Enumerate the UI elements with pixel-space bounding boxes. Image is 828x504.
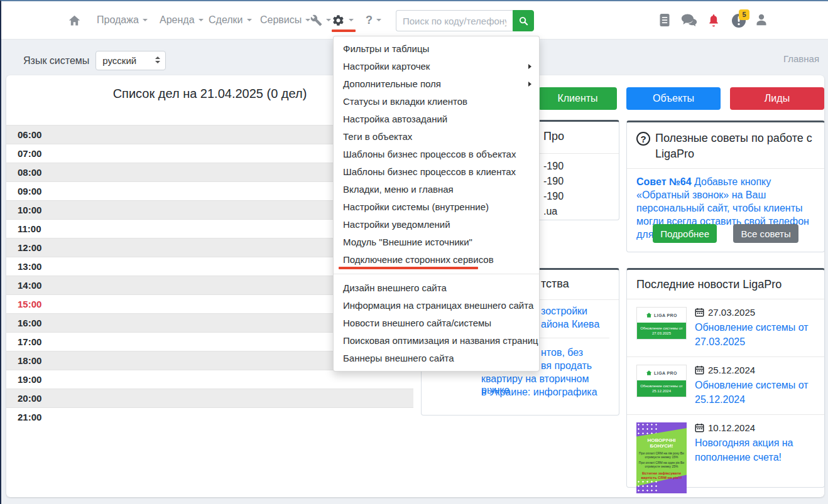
menu-item-label: Настройки карточек [343,61,430,72]
menu-item-seo[interactable]: Поисковая оптимизация и названия страниц [334,332,539,350]
language-selected-value: русский [102,55,136,66]
menu-item-site-news[interactable]: Новости внешнего сайта/системы [334,314,539,332]
help-menu[interactable]: ? [366,1,381,39]
settings-menu-toggle[interactable] [332,1,354,39]
objects-button[interactable]: Объекты [626,87,721,110]
news-date: 27.03.2025 [695,307,815,318]
nav-item-sales-label: Продажа [97,14,139,26]
agency-news-link-fragment[interactable]: зостройки [541,306,587,317]
leads-button[interactable]: Лиды [730,87,824,110]
thumbnail-caption: Обновление системы от 27.03.2025 [637,323,686,339]
ligapro-crm-window: Продажа Аренда Сделки Сервисы ? [0,0,828,504]
alerts-count-badge: 5 [739,9,749,20]
alerts-icon[interactable]: 5 [731,13,746,31]
menu-item-bp-objects[interactable]: Шаблоны бизнес процессов в объектах [334,146,539,163]
tips-card-title: Полезные советы по работе с LigaPro [655,131,815,162]
thumbnail-caption: Обновление системы от 25.12.2024 [637,380,686,397]
chat-icon[interactable] [681,13,697,29]
chevron-right-icon [528,82,531,87]
news-date-text: 27.03.2025 [708,307,755,318]
search-group [396,10,534,31]
news-item: НОВОРІЧНІ БОНУСИ! При оплаті CRM на пів … [627,415,824,501]
ligapro-logo-icon [646,312,652,318]
agency-news-link-fragment[interactable]: айона Киева [541,319,599,330]
highlight-underline [339,267,478,269]
nav-item-deals-label: Сделки [209,14,243,26]
chevron-down-icon [376,19,381,21]
top-navbar: Продажа Аренда Сделки Сервисы ? [1,1,828,40]
menu-item-notifications[interactable]: Настройки уведомлений [334,216,539,233]
menu-item-system-settings[interactable]: Настройки системы (внутренние) [334,198,539,216]
select-arrows-icon [155,56,160,63]
agency-card-title-fragment: тства [541,277,569,291]
menu-item-external-sources[interactable]: Модуль "Внешние источники" [334,233,539,251]
search-input[interactable] [396,10,513,31]
chevron-down-icon [143,19,148,21]
menu-item-card-settings[interactable]: Настройки карточек [334,58,539,75]
tools-menu[interactable] [310,1,331,39]
all-tips-button[interactable]: Все советы [733,224,798,243]
nav-item-services[interactable]: Сервисы [260,1,310,39]
menu-item-autotasks[interactable]: Настройка автозаданий [334,110,539,128]
ligapro-news-card: Последние новости LigaPro LIGA PRO Обнов… [626,268,825,488]
tip-details-button[interactable]: Подробнее [653,224,717,243]
search-icon [518,16,529,26]
chevron-down-icon [199,19,204,21]
menu-item-object-tags[interactable]: Теги в объектах [334,128,539,146]
menu-item-bp-clients[interactable]: Шаблоны бизнес процессов в клиентах [334,163,539,181]
menu-item-label: Подключение сторонних сервисов [343,254,494,265]
news-date-text: 10.12.2024 [708,422,755,433]
language-select[interactable]: русский [95,51,166,70]
breadcrumb[interactable]: Главная [783,53,819,64]
schedule-row[interactable]: 19:00 [6,370,413,389]
menu-item-filters-tables[interactable]: Фильтры и таблицы [334,40,539,58]
calendar-icon [695,423,704,432]
agency-news-link-fragment[interactable]: нтов, без [541,347,583,358]
language-label: Язык системы [23,55,89,67]
bell-icon[interactable] [707,13,720,30]
news-link[interactable]: Обновление системы от 25.12.2024 [695,380,809,405]
clients-button[interactable]: Клиенты [538,87,617,110]
nav-item-rent[interactable]: Аренда [160,1,204,39]
news-link[interactable]: Обновление системы от 27.03.2025 [695,322,809,347]
tips-card: ? Полезные советы по работе с LigaPro Со… [626,121,825,252]
gear-icon [332,14,345,27]
nav-item-deals[interactable]: Сделки [209,1,252,39]
menu-item-tabs-menu-main[interactable]: Вкладки, меню и главная [334,181,539,198]
menu-item-extra-fields[interactable]: Дополнительные поля [334,75,539,93]
ligapro-logo-icon [646,370,652,376]
chevron-down-icon [326,19,331,21]
promo-title: НОВОРІЧНІ БОНУСИ! [636,437,687,449]
schedule-row[interactable]: 21:00 [6,407,413,426]
menu-item-site-pages-info[interactable]: Информация на страницах внешнего сайта [334,297,539,314]
promo-image: НОВОРІЧНІ БОНУСИ! При оплаті CRM на пів … [636,422,687,493]
user-icon[interactable] [755,13,768,29]
news-date: 25.12.2024 [695,365,815,375]
nav-item-services-label: Сервисы [260,14,302,26]
nav-item-sales[interactable]: Продажа [97,1,148,39]
site-link-fragment[interactable]: .ua [543,206,557,217]
menu-item-site-design[interactable]: Дизайн внешнего сайта [334,279,539,297]
search-button[interactable] [513,10,534,31]
notebook-icon[interactable] [658,13,671,29]
schedule-row[interactable]: 20:00 [6,389,413,407]
wrench-icon [310,14,322,26]
agency-news-link-fragment[interactable]: вя продать [541,360,592,372]
news-date: 10.12.2024 [695,422,815,433]
chevron-down-icon [349,19,354,21]
menu-item-site-banners[interactable]: Баннеры внешнего сайта [334,350,539,367]
menu-item-third-party-services[interactable]: Подключение сторонних сервисов [334,251,539,269]
news-card-title: Последние новости LigaPro [627,270,824,299]
tip-number: Совет №64 [636,176,692,187]
home-icon[interactable] [68,1,81,39]
news-thumbnail[interactable]: LIGA PRO Обновление системы от 25.12.202… [636,365,687,407]
settings-dropdown-menu: Фильтры и таблицы Настройки карточек Доп… [333,36,540,372]
agency-news-link-fragment[interactable]: в Украине: инфографика [481,387,597,398]
phone-fragment: -190 [543,161,564,172]
news-thumbnail[interactable]: LIGA PRO Обновление системы от 27.03.202… [636,307,687,349]
promo-text-line: При оплаті CRM на один рік Ви отримуєте … [638,461,685,468]
news-link[interactable]: Новогодняя акция на пополнение счета! [695,437,793,463]
news-item: LIGA PRO Обновление системы от 25.12.202… [627,357,824,415]
menu-item-client-statuses[interactable]: Статусы и вкладки клиентов [334,93,539,110]
news-thumbnail[interactable]: НОВОРІЧНІ БОНУСИ! При оплаті CRM на пів … [636,422,687,493]
